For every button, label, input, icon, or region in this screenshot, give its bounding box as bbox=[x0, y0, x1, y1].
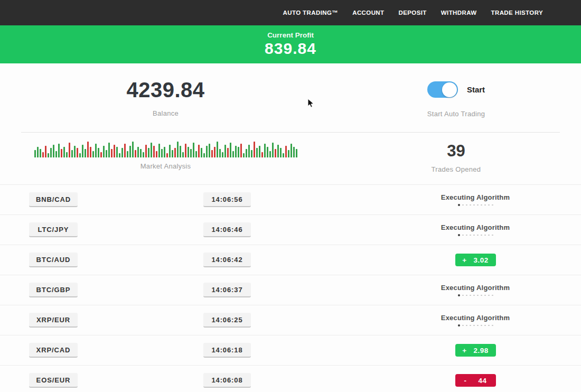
table-row: LTC/JPY 14:06:46 Executing Algorithm bbox=[0, 214, 581, 245]
market-bar bbox=[100, 152, 102, 157]
result-amount: 44 bbox=[478, 377, 486, 385]
stats-row-market: Market Analysis 39 Trades Opened bbox=[0, 133, 581, 173]
pair-badge[interactable]: BTC/AUD bbox=[29, 253, 78, 267]
progress-dots-icon bbox=[441, 204, 510, 206]
market-bar bbox=[158, 144, 160, 157]
progress-dots-icon bbox=[441, 324, 510, 326]
pair-badge[interactable]: XRP/EUR bbox=[29, 313, 78, 328]
market-bar bbox=[129, 146, 131, 157]
pair-cell: EOS/EUR bbox=[0, 373, 137, 388]
market-bar bbox=[235, 146, 237, 157]
status-cell: Executing Algorithm bbox=[317, 284, 581, 296]
status-cell: +3.02 bbox=[317, 254, 581, 266]
status-cell: Executing Algorithm bbox=[317, 314, 581, 326]
executing-label: Executing Algorithm bbox=[441, 284, 510, 292]
trade-time: 14:06:42 bbox=[203, 253, 251, 267]
market-bar bbox=[275, 149, 276, 157]
trade-time: 14:06:56 bbox=[203, 192, 251, 207]
market-bar bbox=[45, 146, 46, 157]
time-cell: 14:06:56 bbox=[137, 192, 317, 207]
market-bar bbox=[98, 148, 99, 157]
market-bar bbox=[82, 145, 83, 157]
market-bar bbox=[156, 151, 157, 157]
pair-badge[interactable]: EOS/EUR bbox=[29, 373, 78, 388]
market-bar bbox=[211, 150, 213, 157]
market-bar bbox=[193, 143, 194, 157]
pair-cell: BNB/CAD bbox=[0, 192, 137, 207]
market-bar bbox=[177, 142, 179, 157]
balance-value: 4239.84 bbox=[0, 78, 331, 102]
market-bar bbox=[190, 149, 192, 157]
market-bar bbox=[140, 149, 142, 157]
market-bar bbox=[145, 145, 147, 157]
auto-trading-label: Start Auto Trading bbox=[331, 110, 581, 118]
result-amount: 3.02 bbox=[474, 256, 489, 264]
nav-item-auto-trading[interactable]: AUTO TRADING™ bbox=[283, 10, 339, 16]
table-row: XRP/CAD 14:06:18 +2.98 bbox=[0, 335, 581, 365]
trade-result-badge: +3.02 bbox=[455, 254, 496, 266]
market-bar bbox=[108, 143, 110, 157]
market-bar bbox=[288, 150, 289, 157]
market-bar bbox=[116, 147, 118, 157]
market-bar bbox=[222, 152, 223, 157]
trades-opened-block: 39 Trades Opened bbox=[331, 142, 581, 173]
trade-status-executing: Executing Algorithm bbox=[441, 314, 510, 326]
nav-item-account[interactable]: ACCOUNT bbox=[352, 10, 384, 16]
trades-opened-value: 39 bbox=[331, 142, 581, 161]
market-bar bbox=[285, 146, 287, 157]
status-cell: Executing Algorithm bbox=[317, 223, 581, 236]
auto-trading-block: Start Start Auto Trading bbox=[331, 78, 581, 118]
progress-dots-icon bbox=[441, 294, 510, 296]
status-cell: -44 bbox=[317, 374, 581, 387]
market-bar bbox=[248, 145, 250, 157]
trades-list: BNB/CAD 14:06:56 Executing Algorithm LTC… bbox=[0, 184, 581, 392]
market-bar bbox=[48, 153, 49, 157]
nav-item-withdraw[interactable]: WITHDRAW bbox=[441, 10, 477, 16]
market-bar bbox=[174, 148, 176, 157]
market-bar bbox=[92, 151, 94, 157]
table-row: XRP/EUR 14:06:25 Executing Algorithm bbox=[0, 305, 581, 335]
nav-item-trade-history[interactable]: TRADE HISTORY bbox=[491, 10, 543, 16]
profit-banner-value: 839.84 bbox=[0, 40, 581, 58]
market-bar bbox=[293, 147, 295, 157]
pair-badge[interactable]: BNB/CAD bbox=[29, 192, 78, 207]
market-bar bbox=[195, 151, 197, 157]
table-row: BTC/AUD 14:06:42 +3.02 bbox=[0, 245, 581, 275]
market-bar bbox=[95, 144, 97, 157]
toggle-knob-icon bbox=[442, 82, 457, 97]
top-nav: AUTO TRADING™ACCOUNTDEPOSITWITHDRAWTRADE… bbox=[0, 0, 581, 25]
market-bar bbox=[79, 153, 81, 157]
market-bar bbox=[201, 148, 202, 157]
trade-time: 14:06:25 bbox=[203, 313, 251, 328]
market-bar bbox=[69, 143, 70, 157]
market-bar bbox=[151, 143, 152, 157]
market-bar bbox=[58, 144, 60, 157]
profit-banner-label: Current Profit bbox=[0, 31, 581, 39]
pair-badge[interactable]: BTC/GBP bbox=[29, 283, 78, 297]
market-bar bbox=[85, 149, 86, 157]
market-bar bbox=[148, 148, 149, 157]
stats-row-balance: 4239.84 Balance Start Start Auto Trading bbox=[0, 63, 581, 118]
market-bar bbox=[264, 144, 266, 157]
auto-trading-toggle[interactable] bbox=[427, 81, 458, 98]
market-bar bbox=[251, 150, 252, 157]
market-bar bbox=[180, 146, 181, 157]
market-bar bbox=[166, 153, 168, 157]
profit-banner: Current Profit 839.84 bbox=[0, 25, 581, 63]
pair-badge[interactable]: XRP/CAD bbox=[29, 343, 78, 358]
market-bar bbox=[127, 151, 128, 157]
market-bar bbox=[261, 152, 263, 157]
pair-badge[interactable]: LTC/JPY bbox=[29, 222, 78, 237]
time-cell: 14:06:18 bbox=[137, 343, 317, 358]
market-bar bbox=[283, 153, 284, 157]
market-bar bbox=[296, 149, 297, 157]
market-bar bbox=[77, 148, 78, 157]
pair-cell: XRP/CAD bbox=[0, 343, 137, 358]
market-bar bbox=[240, 144, 242, 157]
balance-label: Balance bbox=[0, 109, 331, 117]
nav-item-deposit[interactable]: DEPOSIT bbox=[399, 10, 427, 16]
nav-items: AUTO TRADING™ACCOUNTDEPOSITWITHDRAWTRADE… bbox=[269, 10, 543, 16]
time-cell: 14:06:37 bbox=[137, 283, 317, 297]
market-bar bbox=[169, 145, 171, 157]
time-cell: 14:06:08 bbox=[137, 373, 317, 388]
